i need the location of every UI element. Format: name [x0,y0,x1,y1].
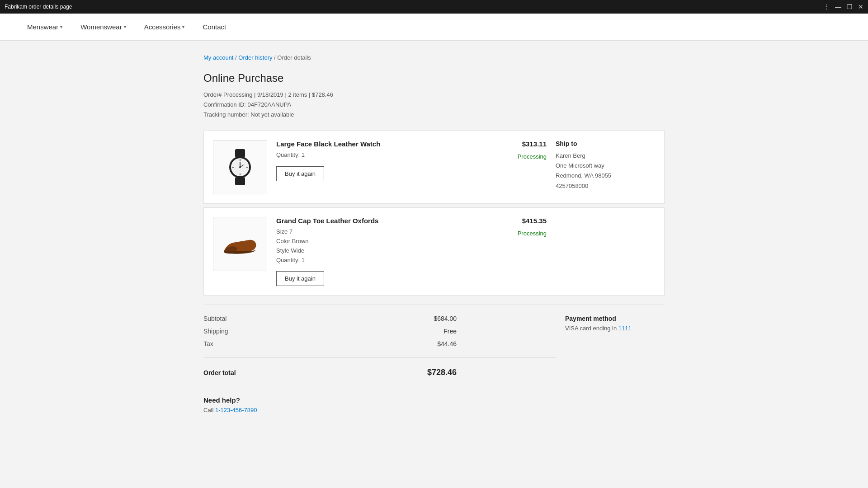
item-status-shoe: Processing [465,230,547,237]
item-name-shoe: Grand Cap Toe Leather Oxfords [276,217,456,225]
help-call-prefix: Call [203,407,215,413]
confirmation-id: Confirmation ID: 04F720AANUPA [203,100,665,110]
ship-to-title: Ship to [556,140,655,147]
breadcrumb-my-account[interactable]: My account [203,54,233,61]
chevron-down-icon: ▾ [182,24,184,29]
navbar: Menswear ▾ Womenswear ▾ Accessories ▾ Co… [0,14,868,41]
close-button[interactable]: ✕ [858,3,863,10]
ship-to-address1: One Microsoft way [556,161,655,171]
payment-title: Payment method [565,315,665,322]
item-price-watch: $313.11 [465,140,547,148]
ship-to-address2: Redmond, WA 98055 [556,171,655,181]
help-phone-link[interactable]: 1-123-456-7890 [215,407,257,413]
ship-to-phone: 4257058000 [556,181,655,191]
nav-label-womenswear: Womenswear [80,23,122,31]
item-attr-shoe-qty: Quantity: 1 [276,256,456,265]
totals-main: Subtotal $684.00 Shipping Free Tax $44.4… [203,312,556,380]
order-total-label: Order total [203,369,375,376]
restore-button[interactable]: ❐ [847,3,853,10]
nav-item-accessories[interactable]: Accessories ▾ [135,14,194,41]
order-item-watch: Large Face Black Leather Watch Quantity:… [203,131,665,204]
payment-card-number: 1111 [618,325,632,332]
item-name-watch: Large Face Black Leather Watch [276,140,456,148]
shipping-value: Free [375,328,457,335]
titlebar-title: Fabrikam order details page [5,4,72,10]
help-section: Need help? Call 1-123-456-7890 [203,396,665,427]
item-details-watch: Large Face Black Leather Watch Quantity:… [276,140,456,181]
item-image-shoe [213,217,267,271]
shipping-row: Shipping Free [203,325,556,338]
item-attr-shoe-size: Size 7 [276,227,456,237]
menu-icon[interactable]: ⋮ [823,3,830,10]
order-meta-line1: Order# Processing | 9/18/2019 | 2 items … [203,90,665,100]
tax-value: $44.46 [375,340,457,347]
nav-item-contact[interactable]: Contact [193,14,235,41]
titlebar: Fabrikam order details page ⋮ — ❐ ✕ [0,0,868,14]
breadcrumb-order-history[interactable]: Order history [238,54,272,61]
minimize-button[interactable]: — [835,3,841,10]
svg-point-10 [239,166,241,168]
item-details-shoe: Grand Cap Toe Leather Oxfords Size 7 Col… [276,217,456,286]
svg-rect-0 [235,149,245,157]
order-item-shoe: Grand Cap Toe Leather Oxfords Size 7 Col… [203,207,665,296]
watch-image-svg [220,147,260,188]
shoe-image-svg [220,224,260,264]
chevron-down-icon: ▾ [124,24,126,29]
tax-label: Tax [203,340,375,347]
item-price-shoe: $415.35 [465,217,547,225]
titlebar-controls: ⋮ — ❐ ✕ [823,3,863,10]
item-status-watch: Processing [465,153,547,160]
subtotal-row: Subtotal $684.00 [203,312,556,325]
svg-rect-1 [235,177,245,185]
nav-label-accessories: Accessories [144,23,181,31]
payment-section: Payment method VISA card ending in 1111 [565,312,665,380]
item-attr-shoe-style: Style Wide [276,246,456,256]
buy-again-button-watch[interactable]: Buy it again [276,166,324,181]
totals-wrapper: Subtotal $684.00 Shipping Free Tax $44.4… [203,312,665,380]
page-title: Online Purchase [203,72,665,84]
buy-again-button-shoe[interactable]: Buy it again [276,271,324,286]
ship-to-section: Ship to Karen Berg One Microsoft way Red… [556,140,655,191]
breadcrumb-current: Order details [277,54,311,61]
item-attr-watch-qty: Quantity: 1 [276,150,456,160]
help-text: Call 1-123-456-7890 [203,407,665,413]
nav-label-menswear: Menswear [27,23,58,31]
payment-details: VISA card ending in 1111 [565,325,665,332]
ship-to-name: Karen Berg [556,151,655,161]
item-image-watch [213,140,267,194]
order-total-value: $728.46 [375,368,457,377]
item-price-section-watch: $313.11 Processing [465,140,547,160]
main-content: My account / Order history / Order detai… [185,41,683,441]
ship-to-details: Karen Berg One Microsoft way Redmond, WA… [556,151,655,191]
nav-item-womenswear[interactable]: Womenswear ▾ [71,14,135,41]
nav-label-contact: Contact [203,23,226,31]
item-attr-shoe-color: Color Brown [276,237,456,246]
tracking-number: Tracking number: Not yet available [203,110,665,120]
subtotal-value: $684.00 [375,315,457,322]
order-total-row: Order total $728.46 [203,365,556,380]
help-title: Need help? [203,396,665,404]
nav-item-menswear[interactable]: Menswear ▾ [18,14,71,41]
subtotal-label: Subtotal [203,315,375,322]
payment-prefix: VISA card ending in [565,325,618,332]
item-price-section-shoe: $415.35 Processing [465,217,547,237]
shipping-label: Shipping [203,328,375,335]
order-meta: Order# Processing | 9/18/2019 | 2 items … [203,90,665,120]
chevron-down-icon: ▾ [60,24,62,29]
totals-section: Subtotal $684.00 Shipping Free Tax $44.4… [203,305,665,380]
tax-row: Tax $44.46 [203,338,556,350]
breadcrumb: My account / Order history / Order detai… [203,54,665,61]
